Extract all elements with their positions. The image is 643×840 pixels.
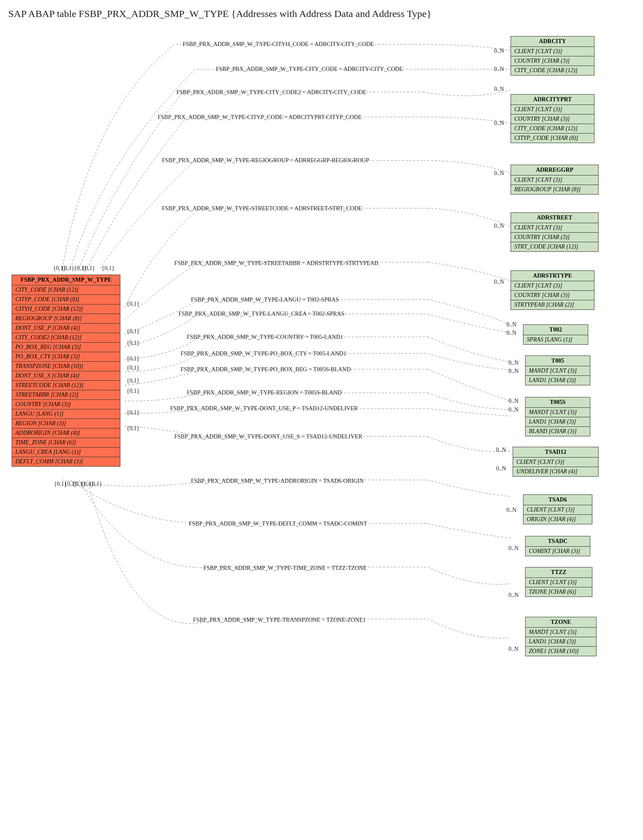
ref-entity-header: TSAD6 — [523, 495, 592, 505]
main-entity-field: LANGU_CREA [LANG (1)] — [12, 448, 120, 457]
cardinality-label: {0,1} — [89, 481, 102, 487]
relation-label: FSBP_PRX_ADDR_SMP_W_TYPE-STREETABBR = AD… — [174, 260, 378, 267]
relation-label: FSBP_PRX_ADDR_SMP_W_TYPE-REGIOGROUP = AD… — [162, 157, 369, 164]
main-entity-field: DONT_USE_P [CHAR (4)] — [12, 324, 120, 333]
cardinality-label: {0,1} — [127, 425, 139, 432]
cardinality-n-label: 0..N — [494, 66, 504, 73]
ref-entity-field: COMINT [CHAR (3)] — [526, 547, 590, 556]
relation-label: FSBP_PRX_ADDR_SMP_W_TYPE-TIME_ZONE = TTZ… — [203, 565, 367, 572]
main-entity-field: TIME_ZONE [CHAR (6)] — [12, 438, 120, 448]
ref-entity-field: CLIENT [CLNT (3)] — [511, 175, 598, 185]
ref-entity-field: MANDT [CLNT (3)] — [526, 408, 590, 417]
ref-entity-field: LAND1 [CHAR (3)] — [526, 376, 590, 385]
relation-label: FSBP_PRX_ADDR_SMP_W_TYPE-DEFLT_COMM = TS… — [189, 521, 367, 527]
ref-entity-t005s: T005S MANDT [CLNT (3)] LAND1 [CHAR (3)] … — [525, 397, 590, 436]
relation-label: FSBP_PRX_ADDR_SMP_W_TYPE-CITY_CODE = ADR… — [216, 66, 403, 73]
ref-entity-field: CLIENT [CLNT (3)] — [511, 47, 594, 56]
relation-label: FSBP_PRX_ADDR_SMP_W_TYPE-LANGU_CREA = T0… — [178, 311, 345, 317]
cardinality-label: {0,1} — [127, 365, 139, 371]
cardinality-label: {0,1} — [127, 301, 139, 307]
relation-label: FSBP_PRX_ADDR_SMP_W_TYPE-CITYH_CODE = AD… — [183, 41, 374, 48]
ref-entity-field: ORIGIN [CHAR (4)] — [523, 515, 592, 524]
ref-entity-tzone: TZONE MANDT [CLNT (3)] LAND1 [CHAR (3)] … — [525, 617, 597, 656]
cardinality-label: {0,1} — [127, 340, 139, 346]
main-entity-field: CITY_CODE [CHAR (12)] — [12, 285, 120, 295]
main-entity-field: PO_BOX_CTY [CHAR (3)] — [12, 352, 120, 362]
cardinality-label: {0,1} — [127, 328, 139, 335]
ref-entity-header: T005 — [526, 356, 590, 366]
cardinality-n-label: 0..N — [494, 48, 504, 54]
ref-entity-field: MANDT [CLNT (3)] — [526, 628, 596, 637]
relation-label: FSBP_PRX_ADDR_SMP_W_TYPE-PO_BOX_REG = T0… — [181, 366, 351, 373]
ref-entity-ttzz: TTZZ CLIENT [CLNT (3)] TZONE [CHAR (6)] — [525, 567, 592, 597]
cardinality-label: {0,1} — [127, 388, 139, 394]
ref-entity-field: LAND1 [CHAR (3)] — [526, 417, 590, 427]
cardinality-label: {0,1} — [127, 377, 139, 384]
ref-entity-tsadc: TSADC COMINT [CHAR (3)] — [525, 536, 590, 556]
ref-entity-field: BLAND [CHAR (3)] — [526, 427, 590, 436]
cardinality-n-label: 0..N — [494, 170, 504, 177]
ref-entity-header: ADRCITY — [511, 37, 594, 47]
cardinality-n-label: 0..N — [506, 330, 516, 336]
ref-entity-t005: T005 MANDT [CLNT (3)] LAND1 [CHAR (3)] — [525, 355, 590, 385]
cardinality-label: {0,1} — [127, 409, 139, 416]
cardinality-label: {0,1} — [102, 265, 115, 272]
ref-entity-header: T005S — [526, 397, 590, 408]
cardinality-n-label: 0..N — [509, 646, 518, 653]
ref-entity-tsad6: TSAD6 CLIENT [CLNT (3)] ORIGIN [CHAR (4)… — [523, 494, 592, 524]
ref-entity-field: COUNTRY [CHAR (3)] — [511, 291, 594, 300]
main-entity-field: COUNTRY [CHAR (3)] — [12, 400, 120, 409]
main-entity-field: CITYH_CODE [CHAR (12)] — [12, 304, 120, 314]
ref-entity-field: CITYP_CODE [CHAR (8)] — [511, 134, 594, 143]
ref-entity-field: TZONE [CHAR (6)] — [526, 587, 592, 597]
main-entity-field: TRANSPZONE [CHAR (10)] — [12, 362, 120, 371]
cardinality-n-label: 0..N — [509, 592, 518, 599]
ref-entity-adrcity: ADRCITY CLIENT [CLNT (3)] COUNTRY [CHAR … — [511, 36, 594, 75]
ref-entity-header: TZONE — [526, 617, 596, 628]
ref-entity-field: CLIENT [CLNT (3)] — [513, 458, 598, 467]
ref-entity-header: TSAD12 — [513, 447, 598, 458]
cardinality-n-label: 0..N — [494, 279, 504, 285]
ref-entity-field: CLIENT [CLNT (3)] — [523, 505, 592, 515]
cardinality-n-label: 0..N — [496, 447, 506, 453]
ref-entity-field: UNDELIVER [CHAR (4)] — [513, 467, 598, 476]
relation-label: FSBP_PRX_ADDR_SMP_W_TYPE-CITY_CODE2 = AD… — [176, 89, 367, 96]
ref-entity-field: COUNTRY [CHAR (3)] — [511, 56, 594, 66]
main-entity-field: REGIOGROUP [CHAR (8)] — [12, 314, 120, 324]
main-entity-field: STREETABBR [CHAR (2)] — [12, 390, 120, 400]
ref-entity-field: CLIENT [CLNT (3)] — [511, 223, 598, 233]
relation-label: FSBP_PRX_ADDR_SMP_W_TYPE-DONT_USE_P = TS… — [170, 405, 358, 412]
ref-entity-header: T002 — [523, 325, 588, 335]
cardinality-n-label: 0..N — [506, 321, 516, 328]
cardinality-label: {0,1} — [61, 265, 74, 272]
cardinality-n-label: 0..N — [509, 360, 518, 366]
ref-entity-header: ADRREGGRP — [511, 165, 598, 175]
ref-entity-field: COUNTRY [CHAR (3)] — [511, 114, 594, 124]
relation-label: FSBP_PRX_ADDR_SMP_W_TYPE-PO_BOX_CTY = T0… — [181, 351, 346, 357]
relation-label: FSBP_PRX_ADDR_SMP_W_TYPE-ADDRORIGIN = TS… — [191, 478, 364, 485]
relation-label: FSBP_PRX_ADDR_SMP_W_TYPE-CITYP_CODE = AD… — [158, 114, 362, 121]
main-entity-field: STREETCODE [CHAR (12)] — [12, 381, 120, 390]
ref-entity-header: TSADC — [526, 536, 590, 547]
cardinality-label: {0,1} — [82, 265, 95, 272]
cardinality-n-label: 0..N — [509, 545, 518, 552]
relation-label: FSBP_PRX_ADDR_SMP_W_TYPE-STREETCODE = AD… — [162, 205, 362, 212]
page-title: SAP ABAP table FSBP_PRX_ADDR_SMP_W_TYPE … — [8, 8, 635, 19]
main-entity-field: LANGU [LANG (1)] — [12, 409, 120, 419]
relation-label: FSBP_PRX_ADDR_SMP_W_TYPE-DONT_USE_S = TS… — [174, 433, 362, 440]
main-entity-field: PO_BOX_REG [CHAR (3)] — [12, 343, 120, 352]
er-diagram: FSBP_PRX_ADDR_SMP_W_TYPE CITY_CODE [CHAR… — [8, 28, 635, 840]
ref-entity-header: TTZZ — [526, 567, 592, 578]
main-entity: FSBP_PRX_ADDR_SMP_W_TYPE CITY_CODE [CHAR… — [12, 275, 120, 467]
cardinality-n-label: 0..N — [496, 465, 506, 472]
cardinality-n-label: 0..N — [509, 368, 518, 375]
ref-entity-field: MANDT [CLNT (3)] — [526, 366, 590, 376]
main-entity-field: ADDRORIGIN [CHAR (4)] — [12, 429, 120, 438]
cardinality-n-label: 0..N — [494, 86, 504, 93]
cardinality-label: {0,1} — [127, 355, 139, 362]
cardinality-n-label: 0..N — [509, 398, 518, 404]
main-entity-field: DONT_USE_S [CHAR (4)] — [12, 371, 120, 381]
cardinality-n-label: 0..N — [509, 407, 518, 413]
ref-entity-adrreggrp: ADRREGGRP CLIENT [CLNT (3)] REGIOGROUP [… — [511, 165, 599, 195]
ref-entity-header: ADRSTREET — [511, 213, 598, 223]
